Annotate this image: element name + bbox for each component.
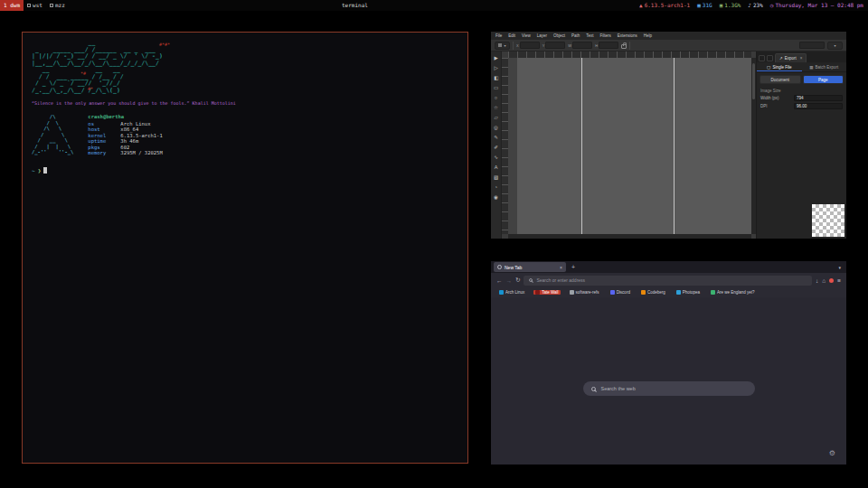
dock-icon[interactable] <box>759 55 765 61</box>
tool-text[interactable]: A <box>492 163 500 171</box>
subtab-label: Batch Export <box>816 65 839 70</box>
fetch-value: 3295M / 32025M <box>120 150 162 156</box>
bookmark-label: Arch Linux <box>505 290 524 295</box>
list-tabs-icon[interactable]: ▾ <box>838 265 844 270</box>
workspace-label: mzz <box>55 0 65 11</box>
url-bar[interactable]: Search or enter address <box>524 276 812 286</box>
coordinate-field[interactable]: Y <box>542 42 566 49</box>
export-field-row: Width (px) 794 <box>757 94 846 102</box>
tool-node[interactable]: ▷ <box>492 63 500 71</box>
guide-line[interactable] <box>674 58 675 234</box>
subtab-icon: ▦ <box>809 65 813 70</box>
export-panel-tab[interactable]: ↗ Export × <box>775 53 807 62</box>
bookmark-item[interactable]: Are we England yet? <box>709 290 757 295</box>
tool-gradient[interactable]: ▨ <box>492 173 500 181</box>
menu-icon[interactable]: ≡ <box>837 277 841 284</box>
bookmark-item[interactable]: Arch Linux <box>497 290 526 295</box>
terminal-window[interactable]: __ _ _____ ___/ /______ __ _ ___ | |/|/ … <box>22 32 468 464</box>
browser-tab[interactable]: New Tab × <box>494 262 566 272</box>
workspace-item[interactable]: wst <box>24 0 46 11</box>
status-modules: ▲ 6.13.5-arch1-1 ▦ 31G ▣ 1.3G% ♪ 23% <box>639 0 868 11</box>
field-input[interactable] <box>599 42 618 49</box>
reload-button[interactable]: ↻ <box>515 277 520 284</box>
menu-item[interactable]: File <box>495 33 502 38</box>
close-tab-icon[interactable]: × <box>560 265 562 270</box>
menu-item[interactable]: Layer <box>537 33 547 38</box>
tool-ellipse[interactable]: ○ <box>492 93 500 101</box>
selection-mode-dropdown[interactable]: ▾ <box>495 42 510 50</box>
menu-item[interactable]: Help <box>644 33 652 38</box>
bookmark-item[interactable]: Discord <box>609 290 632 295</box>
banner-decoration: #* <box>88 87 93 91</box>
coordinate-field[interactable]: W <box>568 42 592 49</box>
tool-3dbox[interactable]: ▱ <box>492 113 500 121</box>
field-input[interactable] <box>545 42 565 49</box>
download-icon[interactable]: ↓ <box>816 277 818 284</box>
canvas-hscrollbar[interactable] <box>508 234 751 239</box>
menu-item[interactable]: Path <box>571 33 580 38</box>
record-icon[interactable] <box>829 278 834 283</box>
tool-bezier[interactable]: ✐ <box>492 143 500 151</box>
workspace-tag-active[interactable]: 1 dwm <box>0 0 24 11</box>
display-mode-dropdown[interactable]: ▾ <box>827 42 843 50</box>
forward-button[interactable]: → <box>506 277 513 284</box>
bookmark-label: Are we England yet? <box>717 290 755 295</box>
tool-calligraphy[interactable]: ∿ <box>492 153 500 161</box>
field-input[interactable] <box>520 42 540 49</box>
bookmark-item[interactable]: Tate Wall <box>533 290 560 295</box>
bookmark-item[interactable]: software-refs <box>568 290 601 295</box>
menu-item[interactable]: Extensions <box>618 33 637 38</box>
export-subtab[interactable]: ▢ Single File <box>757 62 802 71</box>
home-icon[interactable]: ⌂ <box>822 277 826 284</box>
guide-line[interactable] <box>581 58 582 234</box>
tool-shape-builder[interactable]: ◧ <box>492 73 500 81</box>
menu-item[interactable]: Text <box>586 33 593 38</box>
tool-spiral[interactable]: ◎ <box>492 123 500 131</box>
gear-icon[interactable]: ⚙ <box>829 449 835 457</box>
window-icon <box>27 4 31 7</box>
field-input[interactable]: 96.00 <box>794 103 843 109</box>
canvas-vscrollbar[interactable] <box>751 58 756 234</box>
tool-star[interactable]: ☆ <box>492 103 500 111</box>
tool-zoom[interactable]: ◉ <box>492 192 500 201</box>
tool-selector[interactable]: ▶ <box>492 53 500 61</box>
bookmark-item[interactable]: Codeberg <box>639 290 667 295</box>
bookmark-item[interactable]: Photopea <box>675 290 702 295</box>
tool-rectangle[interactable]: ▭ <box>492 83 500 91</box>
favicon <box>711 290 715 295</box>
menu-item[interactable]: Object <box>553 33 565 38</box>
new-tab-button[interactable]: + <box>569 261 578 273</box>
status-module: ◷ Thursday, Mar 13 — 02:48 pm <box>770 0 863 11</box>
lock-ratio-icon[interactable] <box>621 44 627 49</box>
browser-window[interactable]: New Tab × + ▾ ← → ↻ Search or enter addr… <box>491 261 846 465</box>
window-icon <box>50 4 53 7</box>
chevron-down-icon: ▾ <box>504 43 505 48</box>
coordinate-field[interactable]: H <box>595 42 618 49</box>
shell-prompt[interactable]: ~ ❯ <box>32 167 458 174</box>
export-subtab[interactable]: ▦ Batch Export <box>802 62 847 71</box>
export-subtabs: ▢ Single File ▦ Batch Export <box>757 62 846 72</box>
zoom-field[interactable] <box>799 42 825 49</box>
menu-item[interactable]: View <box>522 33 531 38</box>
scope-button[interactable]: Page <box>803 75 844 84</box>
tool-pencil[interactable]: ✎ <box>492 133 500 141</box>
workspace-label: wst <box>33 0 42 11</box>
field-input[interactable]: 794 <box>794 95 843 101</box>
field-label: Width (px) <box>760 96 791 100</box>
dock-icon[interactable] <box>767 55 773 61</box>
canvas[interactable] <box>508 58 751 234</box>
module-icon: ▣ <box>720 0 723 11</box>
scope-button[interactable]: Document <box>760 75 801 84</box>
back-button[interactable]: ← <box>496 277 503 284</box>
menu-item[interactable]: Edit <box>508 33 515 38</box>
close-icon[interactable]: × <box>800 56 803 61</box>
search-placeholder: Search the web <box>601 386 636 391</box>
workspace-item[interactable]: mzz <box>46 0 69 11</box>
web-search-input[interactable]: Search the web <box>583 381 755 396</box>
menu-item[interactable]: Filters <box>600 33 611 38</box>
field-label: X <box>516 43 519 48</box>
inkscape-window[interactable]: File Edit View Layer Object Path Text Fi… <box>491 32 846 239</box>
field-input[interactable] <box>572 42 592 49</box>
tool-dropper[interactable]: ◔ <box>492 183 500 191</box>
coordinate-field[interactable]: X <box>516 42 540 49</box>
